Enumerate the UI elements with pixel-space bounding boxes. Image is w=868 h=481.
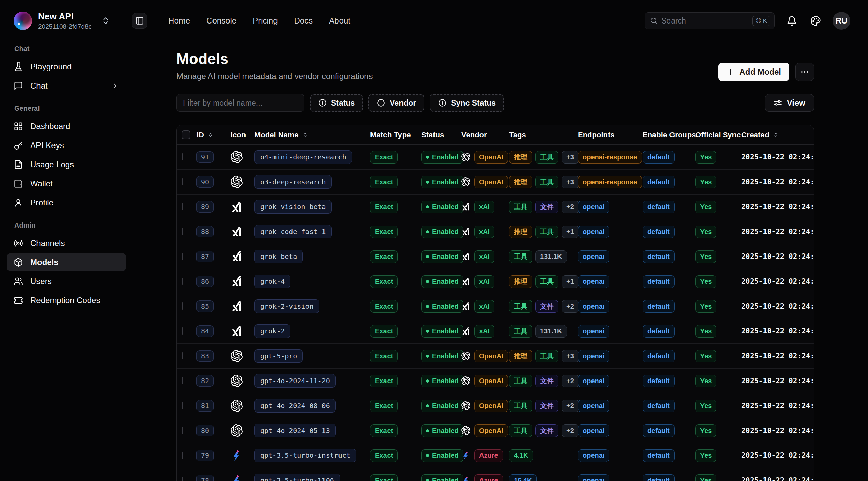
theme-button[interactable]: [809, 14, 822, 28]
sidebar-item-api-keys[interactable]: API Keys: [7, 136, 126, 155]
row-checkbox[interactable]: [182, 278, 183, 285]
cell-endpoints: openai: [578, 275, 643, 288]
row-checkbox[interactable]: [182, 452, 183, 459]
view-button[interactable]: View: [765, 94, 814, 112]
row-checkbox[interactable]: [182, 203, 183, 210]
notifications-button[interactable]: [785, 14, 799, 28]
sidebar-item-usage-logs[interactable]: Usage Logs: [7, 155, 126, 174]
row-checkbox[interactable]: [182, 377, 183, 384]
row-checkbox[interactable]: [182, 402, 183, 409]
azure-logo-icon: [231, 474, 243, 481]
status-badge: Enabled: [421, 151, 463, 164]
row-checkbox[interactable]: [182, 327, 183, 335]
search-input-wrapper[interactable]: ⌘ K: [645, 12, 775, 29]
table-row[interactable]: 82gpt-4o-2024-11-20ExactEnabledOpenAI工具文…: [177, 369, 814, 393]
row-checkbox[interactable]: [182, 228, 183, 235]
row-checkbox[interactable]: [182, 352, 183, 359]
sidebar-item-users[interactable]: Users: [7, 272, 126, 291]
table-row[interactable]: 88grok-code-fast-1ExactEnabledxAI推理工具+1o…: [177, 219, 814, 244]
sidebar-item-playground[interactable]: Playground: [7, 58, 126, 76]
cell-id: 86: [196, 277, 231, 285]
filter-vendor-button[interactable]: Vendor: [368, 94, 424, 112]
table-row[interactable]: 83gpt-5-proExactEnabledOpenAI推理工具+3opena…: [177, 344, 814, 369]
row-checkbox[interactable]: [182, 153, 183, 160]
table-row[interactable]: 86grok-4ExactEnabledxAI推理工具+1openaidefau…: [177, 269, 814, 294]
search-input[interactable]: [661, 16, 749, 26]
model-id-badge: 80: [196, 425, 214, 436]
table-row[interactable]: 85grok-2-visionExactEnabledxAI工具文件+2open…: [177, 294, 814, 319]
openai-logo-icon: [231, 176, 243, 188]
table-row[interactable]: 91o4-mini-deep-researchExactEnabledOpenA…: [177, 145, 814, 170]
azure-logo-icon: [461, 451, 470, 460]
cell-status: Enabled: [421, 201, 461, 213]
row-checkbox[interactable]: [182, 253, 183, 260]
cell-name: grok-vision-beta: [254, 203, 370, 211]
row-checkbox[interactable]: [182, 427, 183, 434]
xai-logo-icon: [231, 250, 243, 263]
cell-created: 2025-10-22 02:24:3: [741, 153, 814, 161]
chevrons-up-down-icon[interactable]: [101, 16, 110, 25]
table-row[interactable]: 80gpt-4o-2024-05-13ExactEnabledOpenAI工具文…: [177, 418, 814, 443]
table-row[interactable]: 81gpt-4o-2024-08-06ExactEnabledOpenAI工具文…: [177, 393, 814, 418]
select-all-checkbox[interactable]: [182, 130, 190, 139]
nav-link-about[interactable]: About: [329, 16, 350, 26]
status-dot: [426, 330, 429, 333]
status-dot: [426, 429, 429, 432]
nav-link-docs[interactable]: Docs: [294, 16, 313, 26]
cell-name: gpt-3.5-turbo-1106: [254, 476, 370, 481]
cell-select: [182, 452, 196, 459]
nav-link-console[interactable]: Console: [206, 16, 236, 26]
nav-link-pricing[interactable]: Pricing: [253, 16, 278, 26]
row-checkbox[interactable]: [182, 178, 183, 185]
sidebar-item-channels[interactable]: Channels: [7, 234, 126, 252]
cell-tags: 推理工具+3: [509, 151, 578, 164]
topbar: New API 20251108-2fd7d8c HomeConsolePric…: [0, 0, 868, 42]
tag-badge: +2: [562, 424, 578, 437]
cell-id: 78: [196, 476, 231, 481]
tag-badge: 工具: [509, 325, 532, 338]
add-model-button[interactable]: Add Model: [718, 63, 789, 81]
sort-icon[interactable]: [207, 131, 214, 138]
row-checkbox[interactable]: [182, 302, 183, 310]
filter-status-button[interactable]: Status: [310, 94, 363, 112]
sidebar-toggle-button[interactable]: [132, 13, 147, 29]
xai-logo-icon: [461, 202, 470, 211]
model-id-badge: 91: [196, 151, 214, 163]
match-type-badge: Exact: [370, 275, 398, 288]
model-filter-input[interactable]: [176, 94, 304, 112]
sort-icon[interactable]: [773, 131, 779, 138]
tag-badge: 工具: [509, 300, 532, 313]
tag-badge: 工具: [509, 375, 532, 387]
sort-icon[interactable]: [302, 131, 309, 138]
openai-logo-icon: [461, 401, 470, 410]
tag-badge: 131.1K: [535, 250, 567, 263]
sidebar-item-wallet[interactable]: Wallet: [7, 174, 126, 193]
tag-badge: +1: [562, 226, 578, 238]
openai-logo-icon: [461, 153, 470, 161]
table-row[interactable]: 79gpt-3.5-turbo-instructExactEnabledAzur…: [177, 443, 814, 468]
nav-link-home[interactable]: Home: [168, 16, 190, 26]
cell-groups: default: [643, 424, 695, 437]
filter-sync-status-button[interactable]: Sync Status: [430, 94, 504, 112]
table-row[interactable]: 84grok-2ExactEnabledxAI工具131.1Kopenaidef…: [177, 319, 814, 344]
sidebar-item-models[interactable]: Models: [7, 253, 126, 271]
sidebar-item-profile[interactable]: Profile: [7, 193, 126, 212]
table-row[interactable]: 90o3-deep-researchExactEnabledOpenAI推理工具…: [177, 170, 814, 195]
cell-endpoints: openai: [578, 474, 643, 481]
avatar[interactable]: RU: [833, 12, 850, 30]
cell-sync: Yes: [695, 325, 741, 338]
table-row[interactable]: 87grok-betaExactEnabledxAI工具131.1Kopenai…: [177, 244, 814, 269]
status-badge: Enabled: [421, 325, 463, 338]
cell-match: Exact: [370, 350, 421, 362]
sidebar-item-dashboard[interactable]: Dashboard: [7, 117, 126, 136]
sidebar-item-chat[interactable]: Chat: [7, 77, 126, 95]
divider: [158, 14, 158, 28]
table-row[interactable]: 78gpt-3.5-turbo-1106ExactEnabledAzure16.…: [177, 468, 814, 481]
cell-endpoints: openai: [578, 449, 643, 462]
more-actions-button[interactable]: [795, 63, 814, 81]
status-dot: [426, 404, 429, 407]
table-row[interactable]: 89grok-vision-betaExactEnabledxAI工具文件+2o…: [177, 195, 814, 219]
row-checkbox[interactable]: [182, 477, 183, 481]
tag-badge: 工具: [509, 201, 532, 213]
sidebar-item-redemption-codes[interactable]: Redemption Codes: [7, 291, 126, 310]
